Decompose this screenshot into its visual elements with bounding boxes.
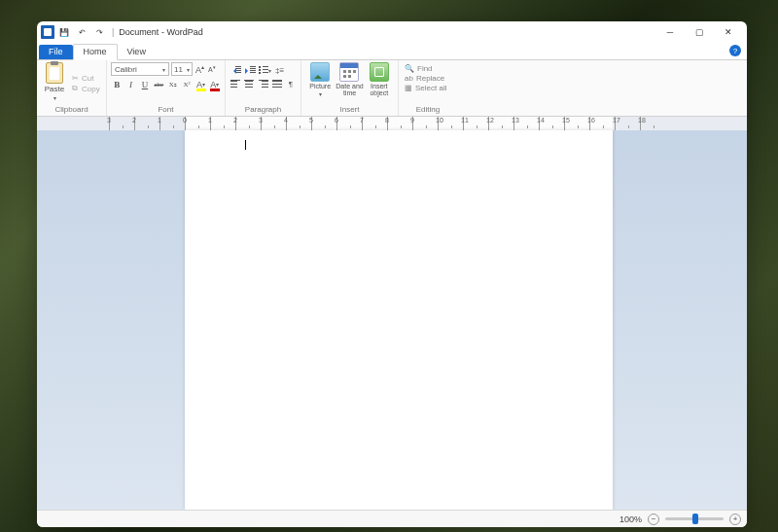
undo-icon[interactable]: ↶ xyxy=(74,24,89,40)
ribbon: Paste ▾ ✂ Cut ⧉ Copy Clipboard xyxy=(37,60,747,117)
zoom-in-button[interactable]: + xyxy=(729,514,741,525)
align-left-button[interactable] xyxy=(230,78,241,89)
replace-button[interactable]: ab Replace xyxy=(405,74,451,83)
picture-icon xyxy=(310,62,330,82)
zoom-slider-thumb[interactable] xyxy=(692,514,698,524)
close-button[interactable]: ✕ xyxy=(714,22,743,42)
font-name-selector[interactable]: Calibri▾ xyxy=(111,62,169,76)
cut-button[interactable]: ✂ Cut xyxy=(70,73,100,83)
tab-home[interactable]: Home xyxy=(73,44,118,60)
copy-button[interactable]: ⧉ Copy xyxy=(70,84,100,93)
paragraph-group-label: Paragraph xyxy=(230,104,297,114)
bold-button[interactable]: B xyxy=(111,78,123,90)
find-button[interactable]: 🔍 Find xyxy=(405,64,451,73)
align-center-button[interactable] xyxy=(243,78,255,89)
insert-picture-button[interactable]: Picture ▾ xyxy=(305,62,335,104)
paste-label: Paste xyxy=(45,85,64,93)
copy-label: Copy xyxy=(82,85,100,93)
underline-button[interactable]: U xyxy=(139,78,151,90)
quick-access-toolbar: 💾 ↶ ↷ | xyxy=(41,24,117,40)
datetime-label: Date and time xyxy=(335,83,364,96)
tab-file[interactable]: File xyxy=(39,45,73,59)
font-size-selector[interactable]: 11▾ xyxy=(171,62,193,76)
title-bar: 💾 ↶ ↷ | Document - WordPad ─ ▢ ✕ xyxy=(37,21,747,43)
document-workspace: 3210123456789101112131415161718 xyxy=(37,117,747,510)
italic-button[interactable]: I xyxy=(124,78,136,90)
ruler-ticks: 3210123456789101112131415161718 xyxy=(109,117,665,130)
grow-font-button[interactable]: A▴ xyxy=(194,63,205,75)
zoom-out-button[interactable]: − xyxy=(648,514,659,525)
align-justify-button[interactable] xyxy=(271,78,283,89)
font-name-value: Calibri xyxy=(115,65,137,74)
cut-icon: ✂ xyxy=(70,73,80,83)
window-controls: ─ ▢ ✕ xyxy=(655,22,743,42)
chevron-down-icon: ▾ xyxy=(187,66,190,73)
select-all-button[interactable]: ▦ Select all xyxy=(405,84,451,92)
app-title: WordPad xyxy=(166,27,202,37)
app-icon xyxy=(41,25,54,39)
copy-icon: ⧉ xyxy=(70,84,80,93)
bullets-button[interactable]: ▾ xyxy=(259,64,271,76)
highlight-button[interactable]: A▾ xyxy=(194,78,206,90)
paragraph-dialog-button[interactable]: ¶ xyxy=(285,78,297,89)
redo-icon[interactable]: ↷ xyxy=(91,24,107,40)
maximize-button[interactable]: ▢ xyxy=(685,22,714,42)
clipboard-group-label: Clipboard xyxy=(41,104,102,114)
paste-button[interactable]: Paste ▾ xyxy=(41,62,68,104)
cut-label: Cut xyxy=(82,74,93,83)
decrease-indent-button[interactable] xyxy=(230,64,242,76)
horizontal-ruler[interactable]: 3210123456789101112131415161718 xyxy=(37,117,747,130)
object-label: Insert object xyxy=(365,83,394,96)
group-font: Calibri▾ 11▾ A▴ A▾ B I U abc X₂ X² A▾ xyxy=(107,60,226,116)
zoom-value: 100% xyxy=(619,514,642,524)
help-icon[interactable]: ? xyxy=(729,45,741,56)
strike-button[interactable]: abc xyxy=(153,78,164,90)
select-all-label: Select all xyxy=(415,84,446,92)
increase-indent-button[interactable] xyxy=(244,64,257,76)
chevron-down-icon: ▾ xyxy=(53,94,56,101)
editing-group-label: Editing xyxy=(403,104,453,114)
group-insert: Picture ▾ Date and time Insert object In… xyxy=(301,60,399,116)
superscript-button[interactable]: X² xyxy=(181,78,193,90)
paste-icon xyxy=(46,62,63,84)
picture-label: Picture xyxy=(309,83,331,89)
group-paragraph: ▾ ‡≡ ¶ Paragraph xyxy=(226,60,301,116)
font-group-label: Font xyxy=(111,104,221,114)
chevron-down-icon: ▾ xyxy=(319,90,322,97)
group-clipboard: Paste ▾ ✂ Cut ⧉ Copy Clipboard xyxy=(37,60,107,116)
line-spacing-button[interactable]: ‡≡ xyxy=(273,64,286,76)
zoom-slider[interactable] xyxy=(665,517,724,520)
document-page[interactable] xyxy=(185,130,613,510)
font-size-value: 11 xyxy=(174,65,183,74)
ribbon-tabs: File Home View ? xyxy=(37,43,747,60)
select-all-icon: ▦ xyxy=(405,84,412,92)
insert-object-button[interactable]: Insert object xyxy=(365,62,394,104)
document-title: Document xyxy=(119,27,159,37)
minimize-button[interactable]: ─ xyxy=(655,22,685,42)
group-editing: 🔍 Find ab Replace ▦ Select all Editing xyxy=(399,60,457,116)
title-separator: - xyxy=(159,27,166,37)
insert-group-label: Insert xyxy=(305,104,394,114)
separator: | xyxy=(112,27,114,37)
font-color-button[interactable]: A▾ xyxy=(209,78,221,90)
chevron-down-icon: ▾ xyxy=(162,66,165,73)
save-icon[interactable]: 💾 xyxy=(56,24,72,40)
status-bar: 100% − + xyxy=(37,510,747,527)
subscript-button[interactable]: X₂ xyxy=(167,78,179,90)
object-icon xyxy=(370,62,389,82)
find-label: Find xyxy=(417,64,433,73)
calendar-icon xyxy=(339,62,359,82)
replace-label: Replace xyxy=(416,74,444,83)
text-cursor xyxy=(245,140,246,150)
shrink-font-button[interactable]: A▾ xyxy=(207,64,217,73)
tab-view[interactable]: View xyxy=(118,45,156,59)
find-icon: 🔍 xyxy=(405,64,414,73)
replace-icon: ab xyxy=(405,74,413,83)
insert-datetime-button[interactable]: Date and time xyxy=(335,62,364,104)
wordpad-window: 💾 ↶ ↷ | Document - WordPad ─ ▢ ✕ File Ho… xyxy=(37,21,747,527)
align-right-button[interactable] xyxy=(257,78,268,89)
